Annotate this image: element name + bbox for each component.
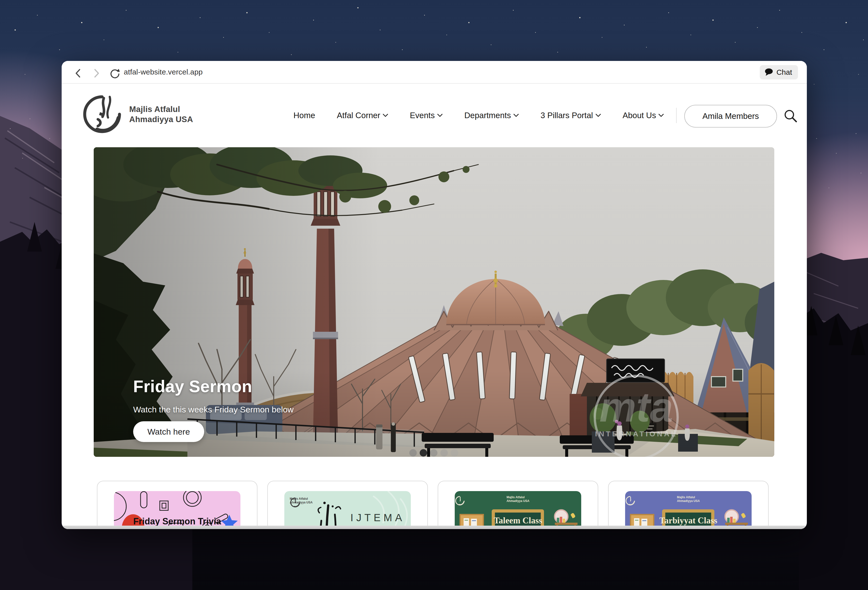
carousel-dot-5[interactable] [451, 449, 458, 457]
site-header: Majlis Atfalul Ahmadiyya USA Home Atfal … [62, 84, 807, 147]
nav-home-label: Home [294, 111, 315, 120]
chat-bubble-icon [764, 68, 774, 77]
amila-members-label: Amila Members [702, 111, 759, 121]
card-logo-line2: Ahmadiyya USA [677, 499, 700, 503]
card-logo: Majlis Atfalul Ahmadiyya USA [290, 497, 313, 504]
forward-icon [95, 69, 98, 77]
nav-3-pillars-portal-label: 3 Pillars Portal [540, 111, 593, 120]
brand-line1: Majlis Atfalul [129, 104, 193, 114]
atfal-logo-icon [290, 497, 301, 508]
card-logo-text: Majlis Atfalul Ahmadiyya USA [677, 495, 700, 503]
amila-members-button[interactable]: Amila Members [684, 105, 777, 127]
atfal-logo-icon [455, 495, 465, 506]
card-logo-line2: Ahmadiyya USA [506, 499, 530, 503]
brand-text: Majlis Atfalul Ahmadiyya USA [129, 104, 193, 124]
watch-here-button[interactable]: Watch here [133, 421, 204, 442]
nav-departments[interactable]: Departments [464, 111, 519, 120]
card-logo-line1: Majlis Atfalul [506, 495, 530, 499]
nav-events-label: Events [410, 111, 435, 120]
hero-copy: Friday Sermon Watch the this weeks Frida… [133, 377, 294, 442]
watch-here-label: Watch here [148, 427, 190, 436]
hero-carousel: mta INTERNATIONAL Friday Sermon Watch th… [94, 147, 774, 457]
nav-home[interactable]: Home [294, 111, 315, 120]
carousel-dot-3[interactable] [430, 449, 437, 457]
chevron-down-icon [514, 114, 519, 117]
card-taleem-class-image: Majlis Atfalul Ahmadiyya USA Taleem Clas… [455, 491, 581, 529]
browser-toolbar: atfal-website.vercel.app Chat [62, 61, 807, 84]
nav-departments-label: Departments [464, 111, 511, 120]
main-nav: Home Atfal Corner Events Departments 3 P… [294, 84, 664, 147]
card-logo-line1: Majlis Atfalul [677, 495, 700, 499]
atfal-logo-icon [625, 495, 635, 506]
back-button[interactable] [71, 67, 84, 80]
chevron-down-icon [658, 114, 664, 117]
card-tarbiyyat-class-image: Majlis Atfalul Ahmadiyya USA Tarbiyyat C… [625, 491, 751, 529]
card-title-line1: Taleem Class [455, 516, 581, 526]
card-title-line1: IJTEMA [350, 512, 405, 523]
carousel-dot-4[interactable] [440, 449, 448, 457]
back-icon [76, 69, 80, 77]
card-title-line1: Tarbiyyat Class [625, 516, 751, 526]
brand-line2: Ahmadiyya USA [129, 114, 193, 124]
window-bottom-edge [62, 526, 807, 529]
screen: atfal-website.vercel.app Chat [0, 0, 868, 590]
hero-title: Friday Sermon [133, 377, 294, 396]
browser-window: atfal-website.vercel.app Chat [62, 61, 807, 529]
chat-button[interactable]: Chat [760, 65, 798, 80]
nav-3-pillars-portal[interactable]: 3 Pillars Portal [540, 111, 601, 120]
stars [0, 0, 1, 1]
hero-subtitle: Watch the this weeks Friday Sermon below [133, 405, 294, 414]
chevron-down-icon [595, 114, 601, 117]
card-title: Friday Sermon Trivia [114, 516, 241, 526]
forward-button[interactable] [90, 67, 103, 80]
card-logo: Majlis Atfalul Ahmadiyya USA [455, 495, 581, 503]
carousel-dot-1[interactable] [409, 449, 417, 457]
nav-atfal-corner-label: Atfal Corner [337, 111, 380, 120]
search-button[interactable] [783, 108, 798, 124]
reload-icon [109, 68, 121, 79]
card-logo-text: Majlis Atfalul Ahmadiyya USA [506, 495, 530, 503]
atfal-logo-icon [81, 93, 123, 135]
card-ijtema-syllabus-image: Majlis Atfalul Ahmadiyya USA IJTEMA SYLL… [284, 491, 411, 529]
header-divider [676, 108, 677, 123]
card-tarbiyyat-class-resources[interactable]: Majlis Atfalul Ahmadiyya USA Tarbiyyat C… [608, 481, 769, 529]
card-friday-sermon-trivia[interactable]: Friday Sermon Trivia [97, 481, 257, 529]
chat-label: Chat [776, 68, 792, 77]
card-friday-sermon-trivia-image: Friday Sermon Trivia [114, 491, 241, 529]
nav-events[interactable]: Events [410, 111, 443, 120]
card-logo: Majlis Atfalul Ahmadiyya USA [625, 495, 751, 503]
search-icon [784, 109, 798, 123]
chevron-down-icon [383, 114, 388, 117]
nav-about-us[interactable]: About Us [623, 111, 664, 120]
brand[interactable]: Majlis Atfalul Ahmadiyya USA [81, 93, 193, 135]
nav-atfal-corner[interactable]: Atfal Corner [337, 111, 388, 120]
card-ijtema-syllabus[interactable]: Majlis Atfalul Ahmadiyya USA IJTEMA SYLL… [267, 481, 428, 529]
carousel-dot-2-active[interactable] [420, 449, 427, 457]
reload-button[interactable] [108, 67, 121, 80]
card-taleem-class-resources[interactable]: Majlis Atfalul Ahmadiyya USA Taleem Clas… [438, 481, 598, 529]
address-bar[interactable]: atfal-website.vercel.app [124, 61, 203, 83]
carousel-dots [409, 449, 458, 457]
nav-about-us-label: About Us [623, 111, 656, 120]
chevron-down-icon [437, 114, 443, 117]
